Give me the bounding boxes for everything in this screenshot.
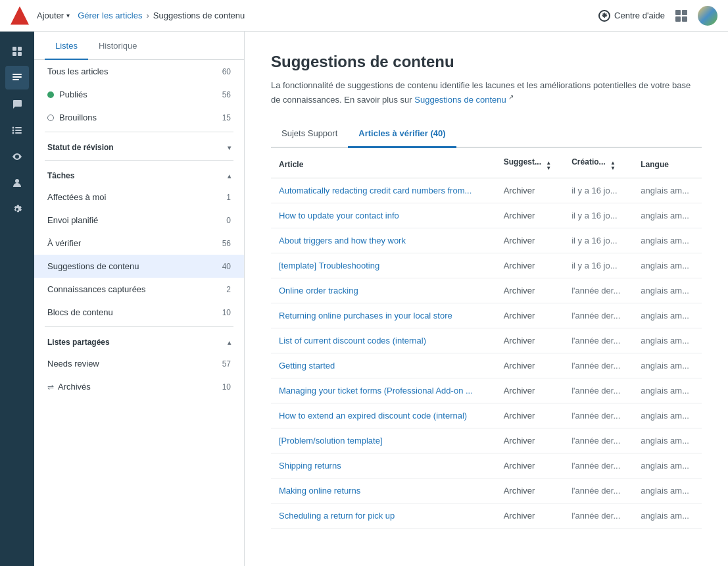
cell-action-7[interactable]: Archiver <box>496 353 564 378</box>
cell-action-8[interactable]: Archiver <box>496 378 564 403</box>
articles-table-wrapper: Article Suggest... ▲▼ Créatio... ▲▼ Lang… <box>271 148 702 528</box>
nav-blocks-count: 10 <box>222 308 231 317</box>
cell-action-5[interactable]: Archiver <box>496 303 564 328</box>
col-suggestion-label: Suggest... <box>504 157 541 167</box>
cell-action-12[interactable]: Archiver <box>496 478 564 503</box>
sidebar-icon-users[interactable] <box>5 171 29 195</box>
grid-icon[interactable] <box>675 10 687 22</box>
revision-section-label: Statut de révision <box>47 143 114 152</box>
articles-table-body: Automatically redacting credit card numb… <box>271 178 702 528</box>
article-link-8[interactable]: Managing your ticket forms (Professional… <box>279 386 473 396</box>
nav-to-verify-label: À vérifier <box>47 238 81 248</box>
cell-lang-3: anglais am... <box>633 253 702 278</box>
cell-action-1[interactable]: Archiver <box>496 203 564 228</box>
breadcrumb-manage-articles[interactable]: Gérer les articles <box>78 11 142 20</box>
sidebar-icon-settings[interactable] <box>5 197 29 221</box>
nav-drafts-label: Brouillons <box>59 113 97 122</box>
cell-action-4[interactable]: Archiver <box>496 278 564 303</box>
cell-lang-10: anglais am... <box>633 428 702 453</box>
chevron-up-icon: ▴ <box>228 172 231 180</box>
article-link-12[interactable]: Making online returns <box>279 486 360 496</box>
article-link-1[interactable]: How to update your contact info <box>279 211 399 220</box>
article-link-2[interactable]: About triggers and how they work <box>279 236 406 245</box>
nav-all-articles-count: 60 <box>222 67 231 76</box>
help-button[interactable]: ❋ Centre d'aide <box>598 10 665 22</box>
article-link-10[interactable]: [Problem/solution template] <box>279 436 383 446</box>
nav-to-verify[interactable]: À vérifier 56 <box>34 232 244 255</box>
archive-icon: ⇌ <box>47 382 54 392</box>
cell-action-11[interactable]: Archiver <box>496 453 564 478</box>
article-link-4[interactable]: Online order tracking <box>279 286 358 296</box>
nav-needs-review-count: 57 <box>222 359 231 369</box>
nav-published[interactable]: Publiés 56 <box>34 83 244 106</box>
nav-content-suggestions[interactable]: Suggestions de contenu 40 <box>34 255 244 278</box>
nav-assigned-to-me[interactable]: Affectées à moi 1 <box>34 186 244 209</box>
nav-captured-knowledge[interactable]: Connaissances capturées 2 <box>34 278 244 301</box>
shared-section-header[interactable]: Listes partagées ▴ <box>34 330 244 352</box>
revision-section-header[interactable]: Statut de révision ▾ <box>34 135 244 157</box>
panel-tabs: Listes Historique <box>34 32 244 60</box>
svg-rect-5 <box>12 76 22 78</box>
nav-archives[interactable]: ⇌ Archivés 10 <box>34 375 244 398</box>
table-row: Online order trackingArchiverl'année der… <box>271 278 702 303</box>
cell-date-5: l'année der... <box>564 303 633 328</box>
cell-date-10: l'année der... <box>564 428 633 453</box>
col-language-label: Langue <box>641 160 669 169</box>
cell-lang-2: anglais am... <box>633 228 702 253</box>
article-link-9[interactable]: How to extend an expired discount code (… <box>279 411 467 421</box>
tab-support-topics[interactable]: Sujets Support <box>271 122 348 148</box>
nav-all-articles[interactable]: Tous les articles 60 <box>34 60 244 83</box>
nav-published-count: 56 <box>222 90 231 99</box>
add-menu[interactable]: Ajouter ▾ <box>37 11 70 20</box>
svg-point-9 <box>12 130 14 132</box>
cell-lang-5: anglais am... <box>633 303 702 328</box>
table-row: List of current discount codes (internal… <box>271 328 702 353</box>
cell-action-6[interactable]: Archiver <box>496 328 564 353</box>
nav-drafts[interactable]: Brouillons 15 <box>34 106 244 129</box>
tab-listes[interactable]: Listes <box>45 32 88 60</box>
cell-date-6: l'année der... <box>564 328 633 353</box>
sidebar-icon-knowledge[interactable] <box>5 66 29 90</box>
article-link-11[interactable]: Shipping returns <box>279 461 341 471</box>
page-desc-link[interactable]: Suggestions de contenu <box>414 95 506 105</box>
draft-dot <box>47 115 54 121</box>
cell-action-10[interactable]: Archiver <box>496 428 564 453</box>
cell-article-4: Online order tracking <box>271 278 496 303</box>
cell-action-2[interactable]: Archiver <box>496 228 564 253</box>
shared-section-label: Listes partagées <box>47 338 110 347</box>
table-header-row: Article Suggest... ▲▼ Créatio... ▲▼ Lang… <box>271 148 702 178</box>
cell-action-0[interactable]: Archiver <box>496 178 564 203</box>
col-creation[interactable]: Créatio... ▲▼ <box>564 148 633 178</box>
left-panel: Listes Historique Tous les articles 60 P… <box>34 32 245 566</box>
nav-content-blocks[interactable]: Blocs de contenu 10 <box>34 301 244 324</box>
tab-articles-to-verify[interactable]: Articles à vérifier (40) <box>348 122 456 148</box>
article-link-7[interactable]: Getting started <box>279 361 335 371</box>
tab-historique[interactable]: Historique <box>88 32 148 60</box>
cell-action-13[interactable]: Archiver <box>496 503 564 528</box>
svg-rect-12 <box>15 132 22 134</box>
sidebar-icon-articles[interactable] <box>5 39 29 63</box>
article-link-13[interactable]: Scheduling a return for pick up <box>279 511 395 521</box>
cell-lang-8: anglais am... <box>633 378 702 403</box>
article-link-6[interactable]: List of current discount codes (internal… <box>279 336 426 346</box>
tasks-section-header[interactable]: Tâches ▴ <box>34 163 244 186</box>
nav-assigned-count: 1 <box>226 193 231 202</box>
table-row: How to update your contact infoArchiveri… <box>271 203 702 228</box>
chevron-down-icon: ▾ <box>66 12 70 19</box>
sidebar-icon-list[interactable] <box>5 118 29 142</box>
sidebar-icon-view[interactable] <box>5 145 29 168</box>
icon-sidebar <box>0 32 34 566</box>
sidebar-icon-chat[interactable] <box>5 92 29 116</box>
col-language: Langue <box>633 148 702 178</box>
nav-needs-review[interactable]: Needs review 57 <box>34 352 244 375</box>
table-row: [template] TroubleshootingArchiveril y a… <box>271 253 702 278</box>
cell-action-3[interactable]: Archiver <box>496 253 564 278</box>
article-link-5[interactable]: Returning online purchases in your local… <box>279 311 452 321</box>
article-link-3[interactable]: [template] Troubleshooting <box>279 261 379 270</box>
cell-date-9: l'année der... <box>564 403 633 428</box>
avatar[interactable] <box>698 6 717 26</box>
nav-scheduled[interactable]: Envoi planifié 0 <box>34 209 244 232</box>
cell-action-9[interactable]: Archiver <box>496 403 564 428</box>
col-suggestion[interactable]: Suggest... ▲▼ <box>496 148 564 178</box>
article-link-0[interactable]: Automatically redacting credit card numb… <box>279 186 472 195</box>
